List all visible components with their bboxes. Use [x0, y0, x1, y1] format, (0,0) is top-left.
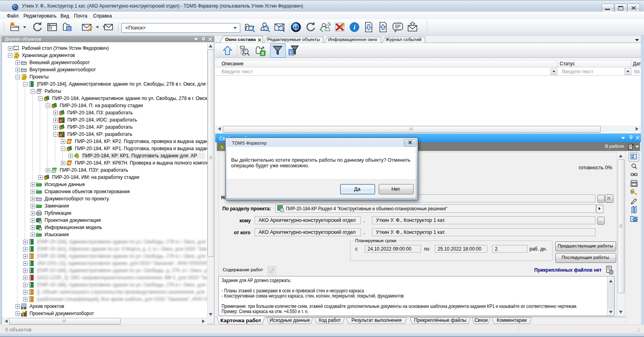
svg-text:i: i — [354, 24, 356, 31]
svg-text:X: X — [261, 51, 265, 56]
